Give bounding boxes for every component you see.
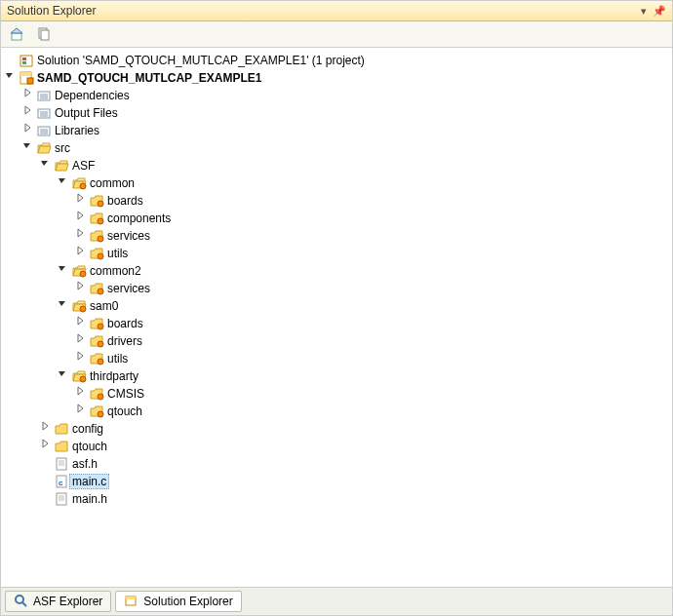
project-icon bbox=[19, 70, 34, 86]
expand-icon[interactable] bbox=[75, 352, 89, 366]
tree-node-label: Solution 'SAMD_QTOUCH_MUTLCAP_EXAMPLE1' … bbox=[37, 54, 365, 67]
tree-node[interactable]: common2 bbox=[1, 262, 672, 280]
tree-node[interactable]: components bbox=[1, 210, 672, 227]
tree-node[interactable]: qtouch bbox=[1, 438, 672, 455]
tree-node[interactable]: config bbox=[1, 420, 672, 438]
svg-rect-36 bbox=[57, 458, 66, 470]
svg-point-46 bbox=[16, 596, 23, 603]
tree-node[interactable]: src bbox=[1, 139, 672, 157]
tree-node[interactable]: thirdparty bbox=[1, 367, 672, 385]
tree-node[interactable]: boards bbox=[1, 192, 672, 210]
tab-asf-explorer[interactable]: ASF Explorer bbox=[5, 591, 111, 612]
tree-node-label: boards bbox=[107, 317, 143, 330]
tree-node-label: sam0 bbox=[90, 299, 118, 313]
svg-point-33 bbox=[80, 376, 86, 382]
collapse-icon[interactable] bbox=[58, 176, 71, 190]
solution-tree[interactable]: Solution 'SAMD_QTOUCH_MUTLCAP_EXAMPLE1' … bbox=[1, 48, 672, 587]
tree-node-label: thirdparty bbox=[90, 369, 139, 383]
search-icon bbox=[14, 594, 29, 609]
expand-icon[interactable] bbox=[75, 334, 89, 348]
folder-badge-icon bbox=[89, 246, 104, 261]
expand-icon[interactable] bbox=[75, 194, 89, 208]
svg-rect-49 bbox=[126, 597, 136, 599]
toolbar bbox=[1, 21, 672, 48]
tree-node[interactable]: Solution 'SAMD_QTOUCH_MUTLCAP_EXAMPLE1' … bbox=[1, 52, 672, 69]
folder-open-badge-icon bbox=[71, 368, 87, 384]
folder-badge-icon bbox=[89, 193, 104, 209]
folder-badge-icon bbox=[89, 404, 104, 419]
expand-icon[interactable] bbox=[40, 440, 54, 453]
tree-node-label: services bbox=[107, 229, 150, 243]
svg-rect-5 bbox=[22, 58, 26, 60]
folder-open-icon bbox=[36, 140, 52, 156]
file-h-icon bbox=[54, 456, 69, 472]
tree-node[interactable]: ASF bbox=[1, 157, 672, 174]
expand-icon[interactable] bbox=[22, 124, 36, 137]
collapse-icon[interactable] bbox=[58, 369, 71, 383]
expand-icon[interactable] bbox=[75, 229, 89, 243]
tree-node[interactable]: CMSIS bbox=[1, 385, 672, 403]
tree-node-label: Libraries bbox=[55, 124, 99, 137]
tree-node[interactable]: sam0 bbox=[1, 297, 672, 315]
tree-node[interactable]: utils bbox=[1, 350, 672, 367]
tree-node[interactable]: drivers bbox=[1, 332, 672, 350]
tree-node[interactable]: services bbox=[1, 280, 672, 297]
tree-node[interactable]: services bbox=[1, 227, 672, 245]
tree-node-label: components bbox=[107, 212, 171, 225]
expand-icon[interactable] bbox=[75, 404, 89, 418]
svg-point-35 bbox=[98, 411, 103, 417]
bottom-tabs: ASF Explorer Solution Explorer bbox=[1, 587, 672, 615]
tree-node[interactable]: asf.h bbox=[1, 455, 672, 473]
collapse-icon[interactable] bbox=[58, 264, 71, 278]
tree-node-label: boards bbox=[107, 194, 143, 208]
tree-node-label: utils bbox=[107, 247, 128, 260]
svg-point-26 bbox=[98, 253, 103, 259]
tree-node-label: utils bbox=[107, 352, 128, 366]
tree-node[interactable]: utils bbox=[1, 245, 672, 262]
expand-icon[interactable] bbox=[75, 247, 89, 260]
pin-icon[interactable]: 📌 bbox=[653, 5, 666, 18]
tree-node[interactable]: qtouch bbox=[1, 403, 672, 420]
dropdown-icon[interactable]: ▾ bbox=[641, 5, 647, 18]
tab-solution-explorer[interactable]: Solution Explorer bbox=[115, 591, 241, 612]
expand-icon[interactable] bbox=[75, 387, 89, 401]
tree-node[interactable]: Libraries bbox=[1, 122, 672, 139]
tree-node[interactable]: cmain.c bbox=[1, 473, 672, 490]
tree-node[interactable]: common bbox=[1, 174, 672, 192]
svg-point-31 bbox=[98, 341, 103, 347]
expand-icon[interactable] bbox=[75, 317, 89, 330]
tree-node[interactable]: main.h bbox=[1, 490, 672, 508]
svg-point-24 bbox=[98, 218, 103, 224]
expand-icon[interactable] bbox=[75, 212, 89, 225]
collapse-icon[interactable] bbox=[5, 71, 19, 85]
tree-node-label: Output Files bbox=[55, 106, 118, 120]
tree-node-label: SAMD_QTOUCH_MUTLCAP_EXAMPLE1 bbox=[37, 71, 261, 85]
tree-node-label: common bbox=[90, 176, 135, 190]
svg-line-47 bbox=[22, 602, 26, 606]
home-button[interactable] bbox=[5, 24, 28, 44]
folder-badge-icon bbox=[89, 316, 104, 331]
collapse-icon[interactable] bbox=[58, 299, 71, 313]
folder-badge-icon bbox=[89, 228, 104, 244]
expand-icon[interactable] bbox=[40, 422, 54, 436]
folder-badge-icon bbox=[89, 281, 104, 296]
collapse-icon[interactable] bbox=[22, 141, 36, 155]
expand-icon[interactable] bbox=[75, 282, 89, 295]
tree-node-label: Dependencies bbox=[55, 89, 130, 102]
titlebar-controls: ▾ 📌 bbox=[641, 5, 666, 18]
files-icon bbox=[36, 26, 52, 42]
tree-node[interactable]: SAMD_QTOUCH_MUTLCAP_EXAMPLE1 bbox=[1, 69, 672, 87]
tree-node[interactable]: boards bbox=[1, 315, 672, 332]
tree-node[interactable]: Dependencies bbox=[1, 87, 672, 104]
tree-node-label: qtouch bbox=[107, 404, 142, 418]
solution-icon bbox=[124, 594, 139, 609]
tree-node[interactable]: Output Files bbox=[1, 104, 672, 122]
svg-point-25 bbox=[98, 236, 103, 242]
folder-icon bbox=[54, 421, 69, 437]
tree-node-label: main.c bbox=[69, 474, 109, 489]
collapse-icon[interactable] bbox=[40, 159, 54, 173]
show-all-files-button[interactable] bbox=[32, 24, 56, 44]
expand-icon[interactable] bbox=[22, 106, 36, 120]
tree-node-label: CMSIS bbox=[107, 387, 144, 401]
expand-icon[interactable] bbox=[22, 89, 36, 102]
